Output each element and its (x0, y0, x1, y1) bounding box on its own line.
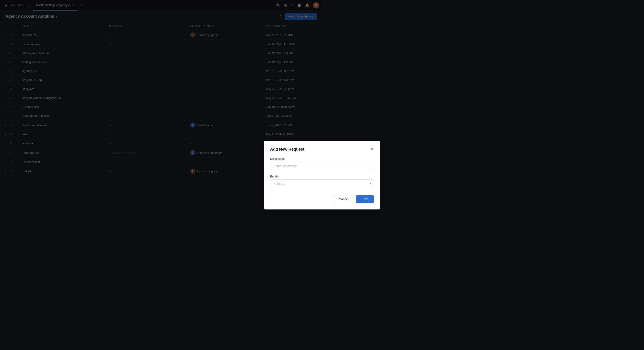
description-label: Description (270, 157, 322, 160)
modal-title: Add New Request (270, 147, 304, 152)
emails-label: Emails (270, 175, 322, 175)
description-group: Description (270, 157, 322, 170)
emails-group: Emails Select... ▾ (270, 175, 322, 175)
description-input[interactable] (270, 162, 322, 170)
modal-header: Add New Request ✕ (270, 147, 322, 152)
add-request-modal: Add New Request ✕ Description Emails Sel… (264, 141, 322, 175)
modal-overlay[interactable]: Add New Request ✕ Description Emails Sel… (0, 0, 322, 175)
